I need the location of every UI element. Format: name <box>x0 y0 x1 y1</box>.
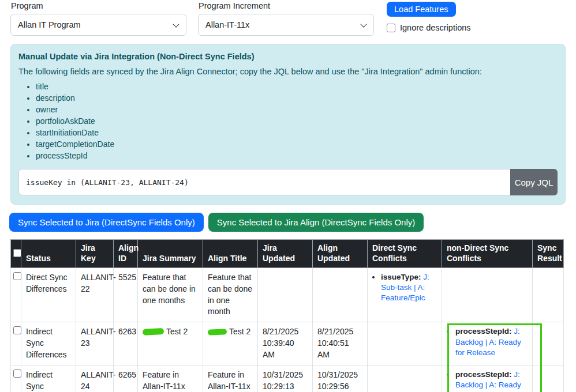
cell-jira-key: ALLANIT-23 <box>76 322 114 365</box>
table-row: Indirect Sync Differences ALLANIT-24 626… <box>11 365 564 392</box>
synced-fields-list: title description owner portfolioAskDate… <box>18 81 558 161</box>
sync-to-jira-align-button[interactable]: Sync Selected to Jira Align (DirectSync … <box>208 213 424 232</box>
row-select-checkbox[interactable] <box>13 272 21 280</box>
synced-field-item: targetCompletionDate <box>36 138 558 150</box>
load-features-button[interactable]: Load Features <box>387 2 456 17</box>
program-select[interactable]: Allan IT Program <box>10 14 186 36</box>
cell-non-direct-sync-conflicts <box>442 267 533 322</box>
cell-status: Indirect Sync Differences <box>21 322 76 365</box>
cell-align-id: 6263 <box>114 322 138 365</box>
cell-jira-updated: 10/31/2025 10:29:13 AM <box>258 365 313 392</box>
table-row: Direct Sync Differences ALLANIT-22 5525 … <box>11 267 564 322</box>
chevron-down-icon <box>360 21 366 27</box>
conflict-item: processStepId: J: Backlog | A: Ready for… <box>455 326 528 358</box>
program-label: Program <box>11 1 186 10</box>
cell-direct-sync-conflicts <box>368 322 442 365</box>
cell-non-direct-sync-conflicts: processStepId: J: Backlog | A: Ready for… <box>442 365 533 392</box>
header-jira-key: Jira Key <box>76 240 114 268</box>
program-increment-select[interactable]: Allan-IT-11x <box>198 14 374 36</box>
program-increment-label: Program Increment <box>199 1 374 10</box>
synced-field-item: title <box>36 81 558 92</box>
cell-jira-updated: 8/21/2025 10:39:40 AM <box>258 322 313 365</box>
jql-input[interactable] <box>18 169 510 195</box>
conflict-field-label: issueType: <box>381 273 421 281</box>
cell-direct-sync-conflicts: issueType: J: Sub-task | A: Feature/Epic <box>368 267 442 322</box>
filter-bar: Program Allan IT Program Program Increme… <box>0 0 576 36</box>
info-panel-description: The following fields are synced by the J… <box>18 67 558 76</box>
cell-sync-result <box>533 322 564 365</box>
redaction-scribble <box>208 329 227 336</box>
cell-jira-summary: Feature that can be done in one months <box>138 267 203 322</box>
cell-jira-key: ALLANIT-24 <box>76 365 114 392</box>
cell-sync-result <box>533 365 564 392</box>
row-select-checkbox[interactable] <box>13 326 21 334</box>
cell-jira-summary-text: Test 2 <box>166 327 188 336</box>
row-select-checkbox[interactable] <box>13 370 21 378</box>
ignore-descriptions-label: Ignore descriptions <box>400 23 471 32</box>
synced-field-item: owner <box>36 104 558 115</box>
synced-field-item: startInitiationDate <box>36 127 558 138</box>
copy-jql-button[interactable]: Copy JQL <box>510 169 558 195</box>
cell-align-updated: 8/21/2025 10:40:51 AM <box>313 322 368 365</box>
info-panel-title: Manual Update via Jira Integration (Non-… <box>18 52 558 61</box>
cell-align-id: 6265 <box>114 365 138 392</box>
header-status: Status <box>21 240 76 268</box>
cell-align-title: Feature that can be done in one month <box>203 267 258 322</box>
sync-to-jira-button[interactable]: Sync Selected to Jira (DirectSync Fields… <box>9 213 204 232</box>
cell-align-updated <box>313 267 368 322</box>
redaction-scribble <box>143 328 164 336</box>
program-increment-select-value: Allan-IT-11x <box>205 20 249 29</box>
header-align-updated: Align Updated <box>313 240 368 268</box>
table-header-row: Status Jira Key Align ID Jira Summary Al… <box>11 240 564 268</box>
program-select-value: Allan IT Program <box>18 20 81 29</box>
header-jira-updated: Jira Updated <box>258 240 313 268</box>
jira-integration-info-panel: Manual Update via Jira Integration (Non-… <box>10 44 566 205</box>
conflict-field-label: processStepId: <box>455 370 512 379</box>
synced-field-item: portfolioAskDate <box>36 115 558 127</box>
cell-jira-summary: Test 2 <box>138 322 203 365</box>
sync-actions: Sync Selected to Jira (DirectSync Fields… <box>9 213 567 232</box>
cell-jira-updated <box>258 267 313 322</box>
cell-direct-sync-conflicts <box>368 365 442 392</box>
chevron-down-icon <box>173 21 179 27</box>
header-align-id: Align ID <box>114 240 138 268</box>
header-direct-sync-conflicts: Direct Sync Conflicts <box>368 240 442 268</box>
cell-status: Direct Sync Differences <box>21 267 76 322</box>
features-table-wrap: Status Jira Key Align ID Jira Summary Al… <box>10 239 566 392</box>
cell-jira-key: ALLANIT-22 <box>76 267 114 322</box>
cell-align-title: Test 2 <box>203 322 258 365</box>
cell-align-title-text: Test 2 <box>229 327 250 336</box>
header-align-title: Align Title <box>203 240 258 268</box>
conflict-item: processStepId: J: Backlog | A: Ready for… <box>455 370 528 392</box>
header-sync-result: Sync Result <box>533 240 564 268</box>
header-non-direct-sync-conflicts: non-Direct Sync Conflicts <box>442 240 533 268</box>
conflict-item: issueType: J: Sub-task | A: Feature/Epic <box>381 272 437 304</box>
select-all-checkbox[interactable] <box>13 249 21 257</box>
cell-sync-result <box>533 267 564 322</box>
header-jira-summary: Jira Summary <box>138 240 203 268</box>
cell-jira-summary: Feature in Allan-IT-11x <box>138 365 203 392</box>
cell-align-title: Feature in Allan-IT-11x <box>203 365 258 392</box>
cell-non-direct-sync-conflicts: processStepId: J: Backlog | A: Ready for… <box>442 322 533 365</box>
synced-field-item: description <box>36 92 558 104</box>
cell-status: Indirect Sync Differences <box>21 365 76 392</box>
features-table: Status Jira Key Align ID Jira Summary Al… <box>10 239 564 392</box>
conflict-field-label: processStepId: <box>455 327 512 336</box>
synced-field-item: processStepId <box>36 150 558 161</box>
table-row: Indirect Sync Differences ALLANIT-23 626… <box>11 322 564 365</box>
cell-align-id: 5525 <box>114 267 138 322</box>
ignore-descriptions-checkbox[interactable] <box>387 24 395 32</box>
cell-align-updated: 10/31/2025 10:29:56 AM <box>313 365 368 392</box>
